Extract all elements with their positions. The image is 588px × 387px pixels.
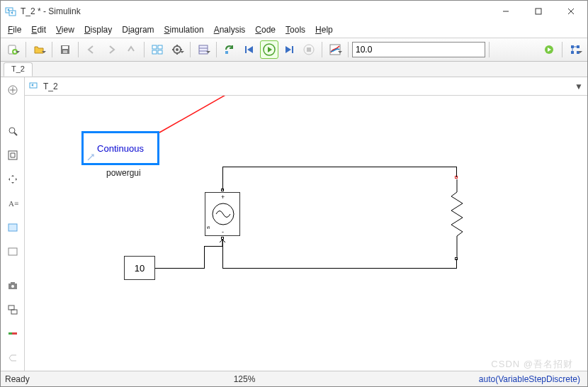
wire [204,246,205,269]
svg-rect-16 [158,50,162,54]
model-icon [29,81,40,92]
svg-rect-11 [62,46,68,49]
resistor-block[interactable] [448,179,466,257]
menu-diagram[interactable]: Diagram [118,23,158,36]
maximize-button[interactable] [522,1,555,22]
breadcrumb: T_2 ▼ [25,77,587,96]
menubar: File Edit View Display Diagram Simulatio… [1,22,587,38]
constant-block[interactable]: 10 [124,256,155,280]
svg-line-57 [159,96,279,133]
library-browser-button[interactable] [148,40,166,59]
wire [204,246,222,247]
tab-t2[interactable]: T_2 [4,62,33,77]
svg-rect-50 [11,282,15,284]
record-button[interactable] [4,325,21,342]
watermark: CSDN @吾名招财 [491,358,573,371]
svg-rect-3 [536,9,541,14]
svg-point-18 [176,48,179,51]
svg-rect-13 [152,45,157,49]
svg-rect-47 [9,224,17,231]
svg-rect-15 [152,50,157,54]
annotate-button[interactable]: A≡ [4,195,21,212]
model-explorer-button[interactable] [194,40,213,59]
canvas[interactable]: Continuous powergui 10 + - s [25,96,587,371]
menu-simulation[interactable]: Simulation [160,23,208,36]
open-button[interactable] [30,40,48,59]
svg-rect-53 [11,310,17,314]
svg-rect-35 [577,45,579,48]
show-all-button[interactable] [4,82,21,99]
wire [222,240,223,268]
zoom-button[interactable] [4,123,21,140]
powergui-block[interactable]: Continuous [81,131,159,165]
status-solver[interactable]: auto(VariableStepDiscrete) [431,374,587,384]
wire [456,259,457,269]
back-button[interactable] [82,40,101,59]
image-button[interactable] [4,243,21,260]
svg-rect-45 [9,151,17,159]
svg-text:-: - [222,228,224,235]
build-button[interactable] [566,40,584,59]
menu-tools[interactable]: Tools [281,23,310,36]
fit-button[interactable] [4,147,21,164]
ac-source-block[interactable]: + - s [205,192,240,236]
close-button[interactable] [555,1,587,22]
minimize-button[interactable] [490,1,522,22]
breadcrumb-dropdown[interactable]: ▼ [575,82,583,91]
body: A≡ T_2 ▼ Continuous [1,77,587,371]
menu-help[interactable]: Help [311,23,337,36]
fastrestart-button[interactable] [540,40,558,59]
screenshot-button[interactable] [4,277,21,294]
wire [222,167,457,167]
wire [222,268,457,269]
find-button[interactable] [4,301,21,318]
svg-text:+: + [221,194,225,201]
status-zoom[interactable]: 125% [57,374,431,384]
main-area: T_2 ▼ Continuous powergui 10 [25,77,587,371]
breadcrumb-text[interactable]: T_2 [43,82,575,91]
area-button[interactable] [4,219,21,236]
toolbar [1,38,587,62]
menu-display[interactable]: Display [80,23,116,36]
new-button[interactable] [4,40,22,59]
update-diagram-button[interactable] [220,40,239,59]
svg-rect-55 [9,332,12,335]
svg-rect-34 [571,45,574,48]
svg-rect-12 [63,50,67,53]
app-window: T_2 * - Simulink File Edit View Display … [0,0,588,387]
data-inspector-button[interactable] [326,40,344,59]
svg-line-44 [14,133,17,135]
svg-rect-37 [577,51,579,54]
svg-point-43 [9,128,15,133]
constant-value: 10 [135,263,145,274]
forward-button[interactable] [102,40,120,59]
legend-button[interactable] [4,349,21,366]
stop-time-input[interactable] [352,42,485,57]
pan-button[interactable] [4,171,21,188]
svg-rect-14 [158,45,162,49]
svg-text:A≡: A≡ [9,199,18,208]
titlebar: T_2 * - Simulink [1,1,587,22]
up-button[interactable] [122,40,140,59]
stop-button[interactable] [300,40,318,59]
statusbar: Ready 125% auto(VariableStepDiscrete) [1,371,587,386]
step-forward-button[interactable] [280,40,298,59]
ac-source-icon: + - s [205,192,239,236]
wire [222,167,223,190]
wire [456,167,457,177]
left-toolstrip: A≡ [1,77,25,371]
run-button[interactable] [260,40,278,59]
menu-view[interactable]: View [52,23,79,36]
svg-rect-36 [571,51,574,54]
menu-code[interactable]: Code [251,23,280,36]
badge-icon [86,153,95,162]
menu-file[interactable]: File [4,23,26,36]
window-title: T_2 * - Simulink [21,6,490,16]
config-button[interactable] [168,40,186,59]
save-button[interactable] [56,40,74,59]
svg-rect-23 [199,45,208,54]
menu-edit[interactable]: Edit [27,23,50,36]
svg-rect-52 [9,305,14,310]
step-back-button[interactable] [240,40,259,59]
menu-analysis[interactable]: Analysis [210,23,250,36]
